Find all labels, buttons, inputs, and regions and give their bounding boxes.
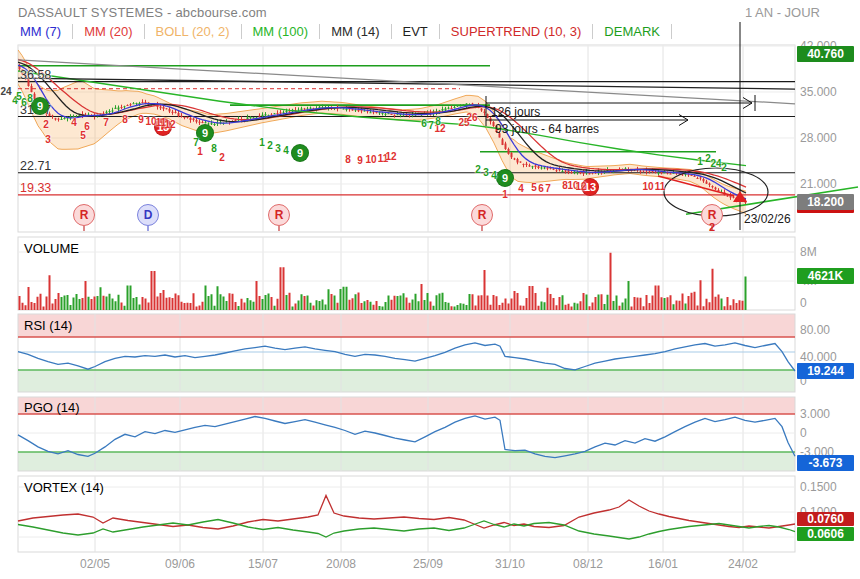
- price-level-label: 36.58: [20, 68, 51, 82]
- legend-item-evt[interactable]: EVT: [392, 24, 440, 39]
- demark-count-green: 2: [721, 162, 727, 173]
- event-marker-d[interactable]: D: [137, 204, 159, 226]
- demark-count-red: 7: [545, 183, 551, 194]
- demark-count-red: 12: [385, 151, 396, 162]
- event-marker-r[interactable]: R: [471, 204, 493, 226]
- price-axis-tick: 35.000: [800, 85, 837, 99]
- demark-count-red: 1: [502, 189, 508, 200]
- price-level-label: 19.33: [20, 181, 51, 195]
- demark-count-red: 26: [466, 112, 477, 123]
- volume-badge: 4621K: [797, 268, 854, 284]
- rsi-axis-tick: 80.00: [800, 323, 830, 337]
- event-marker-r[interactable]: R: [268, 204, 290, 226]
- demark-count-green: 1: [259, 137, 265, 148]
- rsi-badge: 19.244: [797, 363, 854, 379]
- pgo-axis-tick: 3.000: [800, 407, 830, 421]
- demark-count-red: 2: [219, 152, 225, 163]
- vortex-axis-tick: 0.1500: [800, 480, 837, 494]
- demark-count-red: 12: [575, 181, 586, 192]
- demark-count-red: 3: [45, 134, 51, 145]
- vortex-vi-minus-badge: 0.0760: [797, 512, 854, 526]
- date-axis-label: 31/10: [495, 557, 525, 571]
- demark-count-green: 24: [710, 158, 721, 169]
- demark-count-green: 8: [435, 116, 441, 127]
- demark-count-green: 7: [428, 120, 434, 131]
- demark-count-red: 10: [642, 181, 653, 192]
- demark-count-green: 8: [211, 143, 217, 154]
- annotation-126-jours: 126 jours: [491, 105, 540, 119]
- demark-count-red: 4: [518, 183, 524, 194]
- demark-setup-9-marker: 9: [291, 144, 309, 162]
- date-axis-label: 24/02: [728, 557, 758, 571]
- demark-count-red: 11: [655, 181, 666, 192]
- pgo-axis-tick: 0: [800, 426, 807, 440]
- demark-count-green: 1: [697, 156, 703, 167]
- demark-count-green: 3: [275, 143, 281, 154]
- demark-count-red: 10: [365, 154, 376, 165]
- legend-item-mm-7[interactable]: MM (7): [18, 24, 73, 39]
- demark-count-red: 4: [71, 117, 77, 128]
- volume-axis-tick: 0: [800, 296, 807, 310]
- indicator-legend: MM (7)MM (20)BOLL (20, 2)MM (100)MM (14)…: [18, 21, 672, 41]
- demark-count-red: 7: [103, 117, 109, 128]
- legend-item-boll-20-2[interactable]: BOLL (20, 2): [145, 24, 242, 39]
- demark-setup-9-marker: 9: [496, 169, 514, 187]
- date-axis-label: 09/06: [165, 557, 195, 571]
- demark-count-green: 2: [267, 140, 273, 151]
- date-axis-label: 08/12: [573, 557, 603, 571]
- date-axis-label: 20/08: [326, 557, 356, 571]
- demark-setup-9-marker: 9: [31, 97, 49, 115]
- vortex-vi-plus-badge: 0.0606: [797, 527, 854, 541]
- demark-count-red: 2: [43, 119, 49, 130]
- event-marker-sub: 2: [709, 221, 715, 233]
- volume-axis-tick: 8M: [800, 245, 817, 259]
- page-title: DASSAULT SYSTEMES - abcbourse.com: [18, 5, 267, 20]
- demark-count-red: 9: [138, 114, 144, 125]
- event-marker-r[interactable]: R: [73, 204, 95, 226]
- demark-count-green: 4: [283, 145, 289, 156]
- last-high-badge: 40.760: [797, 46, 854, 62]
- pgo-badge: -3.673: [797, 455, 854, 471]
- date-axis-label: 25/09: [413, 557, 443, 571]
- panel-title-rsi: RSI (14): [24, 318, 72, 333]
- demark-count-green: 6: [421, 118, 427, 129]
- demark-count-green: 2: [475, 164, 481, 175]
- annotation-93-jours: 93 jours - 64 barres: [495, 122, 599, 136]
- demark-count-green: 4: [491, 170, 497, 181]
- price-axis-tick: 21.000: [800, 177, 837, 191]
- annotation-signal-date: 23/02/26: [744, 212, 791, 226]
- chart-page: DASSAULT SYSTEMES - abcbourse.com 1 AN -…: [0, 0, 860, 579]
- date-axis-label: 02/05: [80, 557, 110, 571]
- demark-count-red: 8: [122, 114, 128, 125]
- demark-count-red: 9: [357, 155, 363, 166]
- date-axis-label: 16/01: [648, 557, 678, 571]
- legend-item-supertrend-10-3[interactable]: SUPERTREND (10, 3): [440, 24, 594, 39]
- demark-count-green: 3: [483, 167, 489, 178]
- legend-item-mm-14[interactable]: MM (14): [320, 24, 391, 39]
- legend-item-mm-20[interactable]: MM (20): [73, 24, 144, 39]
- demark-count-red: 5: [531, 182, 537, 193]
- demark-count-red: 8: [345, 154, 351, 165]
- rsi-axis-tick: 40.000: [800, 350, 837, 364]
- chart-canvas[interactable]: [0, 0, 860, 579]
- demark-count-red: 12: [164, 119, 175, 130]
- legend-item-mm-100[interactable]: MM (100): [242, 24, 321, 39]
- demark-count-green: 8: [27, 93, 33, 104]
- panel-title-vortex: VORTEX (14): [24, 480, 104, 495]
- legend-item-demark[interactable]: DEMARK: [593, 24, 672, 39]
- demark-count-dark: 24: [0, 86, 11, 97]
- price-level-label: 22.71: [20, 159, 51, 173]
- date-axis-label: 15/07: [248, 557, 278, 571]
- demark-count-red: 6: [84, 121, 90, 132]
- demark-count-red: 6: [538, 183, 544, 194]
- panel-title-pgo: PGO (14): [24, 400, 80, 415]
- demark-count-green: 7: [193, 137, 199, 148]
- price-axis-tick: 28.000: [800, 131, 837, 145]
- timeframe-label: 1 AN - JOUR: [745, 5, 820, 20]
- panel-title-volume: VOLUME: [24, 241, 79, 256]
- demark-count-green: 6: [21, 97, 27, 108]
- last-price-badge: 18.200: [797, 194, 854, 210]
